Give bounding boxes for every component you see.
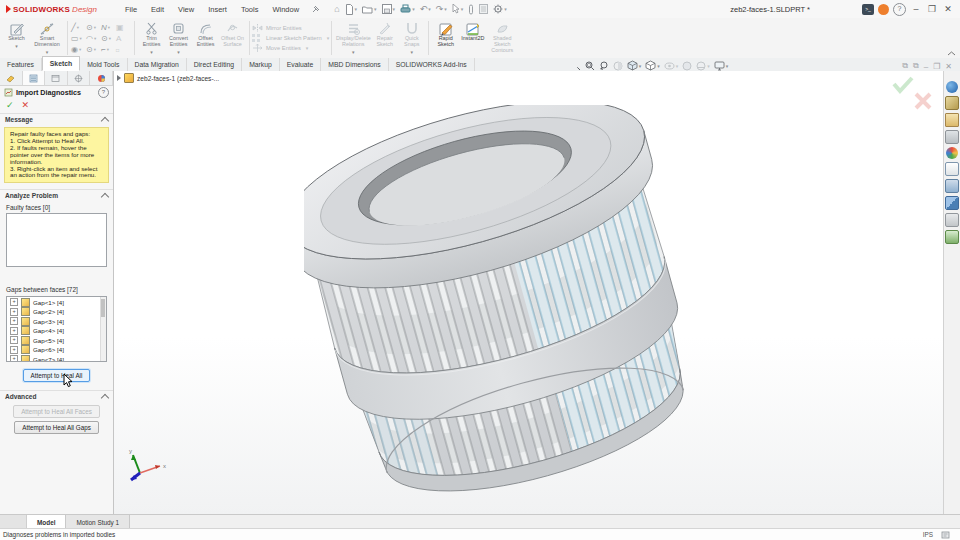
- sheet-icon[interactable]: [477, 3, 490, 15]
- doc-minimize-button[interactable]: –: [924, 62, 928, 71]
- tab-direct-editing[interactable]: Direct Editing: [187, 58, 242, 71]
- lab-flask-icon[interactable]: [945, 230, 959, 244]
- custom-properties-icon[interactable]: [945, 162, 959, 176]
- tab-markup[interactable]: Markup: [242, 58, 280, 71]
- gap-list-item[interactable]: Gap<6> [4]: [7, 345, 106, 355]
- sketch-dropdown-caret[interactable]: ▾: [15, 43, 18, 49]
- offset-entities-button[interactable]: Offset Entities: [192, 20, 219, 48]
- heal-all-faces-button[interactable]: Attempt to Heal All Faces: [13, 405, 100, 418]
- view-orientation-icon[interactable]: ▾: [627, 60, 642, 71]
- trim-caret[interactable]: ▾: [150, 49, 153, 55]
- tag-editing-icon[interactable]: [941, 530, 950, 539]
- ok-button[interactable]: [6, 100, 14, 110]
- scrollbar-thumb[interactable]: [101, 299, 105, 317]
- file-explorer-icon[interactable]: [945, 113, 959, 127]
- graphics-viewport[interactable]: zeb2-faces-1 (zeb2-faces-...: [114, 71, 944, 515]
- breadcrumb[interactable]: zeb2-faces-1 (zeb2-faces-...: [117, 73, 219, 83]
- trim-entities-button[interactable]: Trim Entities ▾: [138, 20, 165, 55]
- expand-icon[interactable]: [10, 346, 18, 354]
- menu-view[interactable]: View: [172, 3, 200, 16]
- tab-solidworks-addins[interactable]: SOLIDWORKS Add-Ins: [389, 58, 475, 71]
- apply-scene-icon[interactable]: ▾: [696, 61, 710, 71]
- tab-mold-tools[interactable]: Mold Tools: [80, 58, 127, 71]
- move-entities-caret[interactable]: ▾: [306, 45, 309, 51]
- line-tool-icon[interactable]: ╱▾: [71, 23, 86, 32]
- gap-list-item[interactable]: Gap<7> [4]: [7, 354, 106, 362]
- repair-sketch-button[interactable]: Repair Sketch: [371, 20, 398, 48]
- tab-sketch[interactable]: Sketch: [42, 56, 80, 71]
- faulty-faces-list[interactable]: [6, 213, 107, 267]
- gap-list-item[interactable]: Gap<5> [4]: [7, 335, 106, 345]
- tree-expand-icon[interactable]: [117, 75, 121, 81]
- recycle-icon[interactable]: [945, 213, 959, 227]
- minimize-button[interactable]: –: [910, 1, 922, 17]
- save-icon[interactable]: ▾: [380, 3, 398, 15]
- select-icon[interactable]: ▾: [450, 3, 466, 15]
- expand-icon[interactable]: [10, 336, 18, 344]
- edit-appearance-icon[interactable]: [682, 61, 692, 71]
- text-tool-icon[interactable]: A: [116, 34, 131, 43]
- print-icon[interactable]: ▾: [398, 3, 417, 15]
- expand-icon[interactable]: [10, 317, 18, 325]
- model-3d-part[interactable]: [304, 105, 749, 515]
- options-gear-icon[interactable]: ▾: [491, 3, 509, 15]
- previous-view-icon[interactable]: [599, 61, 609, 71]
- collapse-toolbar-icon[interactable]: [947, 51, 956, 56]
- heal-all-gaps-button[interactable]: Attempt to Heal All Gaps: [14, 421, 99, 434]
- unit-system[interactable]: IPS: [923, 531, 933, 538]
- measure-icon[interactable]: [466, 3, 476, 16]
- convert-caret[interactable]: ▾: [177, 49, 180, 55]
- open-icon[interactable]: ▾: [360, 4, 379, 15]
- help-icon[interactable]: [893, 3, 906, 16]
- restore-button[interactable]: ❐: [926, 1, 938, 17]
- tab-evaluate[interactable]: Evaluate: [280, 58, 321, 71]
- menu-edit[interactable]: Edit: [145, 3, 170, 16]
- pin-menu-icon[interactable]: [311, 5, 320, 14]
- polygon-tool-icon[interactable]: ◉▾: [71, 45, 86, 54]
- hide-show-items-icon[interactable]: ▾: [664, 62, 679, 70]
- zoom-to-area-icon[interactable]: [585, 61, 595, 71]
- mirror-entities-button[interactable]: Mirror Entities: [252, 24, 302, 32]
- tab-data-migration[interactable]: Data Migration: [128, 58, 187, 71]
- view-palette-icon[interactable]: [945, 130, 959, 144]
- expand-icon[interactable]: [10, 355, 18, 362]
- doc-close-button[interactable]: ✕: [945, 62, 952, 71]
- advanced-section-header[interactable]: Advanced: [0, 390, 113, 402]
- expand-icon[interactable]: [10, 298, 18, 306]
- expand-icon[interactable]: [10, 327, 18, 335]
- configurationmanager-tab[interactable]: [45, 71, 68, 85]
- point-tool-icon[interactable]: ⊙▾: [86, 45, 101, 54]
- home-icon[interactable]: ⌂: [332, 4, 341, 15]
- gaps-scrollbar[interactable]: [100, 297, 106, 361]
- instant2d-button[interactable]: Instant2D: [459, 20, 486, 42]
- dimxpertmanager-tab[interactable]: [68, 71, 91, 85]
- plane-tool-icon[interactable]: ▣: [116, 23, 131, 32]
- gap-list-item[interactable]: Gap<3> [4]: [7, 316, 106, 326]
- convert-entities-button[interactable]: Convert Entities ▾: [165, 20, 192, 55]
- sketch-tool-button[interactable]: Sketch ▾: [3, 20, 30, 49]
- doc-new-window-icon[interactable]: ⧉: [902, 61, 908, 71]
- ellipse-tool-icon[interactable]: ⊙▾: [101, 34, 116, 43]
- linear-pattern-caret[interactable]: ▾: [327, 35, 330, 41]
- terminal-icon[interactable]: [862, 4, 874, 15]
- analyze-problem-header[interactable]: Analyze Problem: [0, 189, 113, 201]
- linear-pattern-button[interactable]: Linear Sketch Pattern ▾: [252, 34, 329, 42]
- tab-model[interactable]: Model: [27, 515, 66, 529]
- attempt-heal-all-button[interactable]: Attempt to Heal All: [23, 369, 91, 382]
- small-point-icon[interactable]: □: [116, 47, 131, 53]
- gap-list-item[interactable]: Gap<2> [4]: [7, 307, 106, 317]
- propertymanager-tab[interactable]: [23, 71, 46, 85]
- spline-tool-icon[interactable]: N▾: [101, 23, 116, 32]
- arc-tool-icon[interactable]: ⌐▾: [101, 45, 116, 54]
- gaps-list[interactable]: Gap<1> [4] Gap<2> [4] Gap<3> [4] Gap<4> …: [6, 296, 107, 362]
- close-button[interactable]: ✕: [942, 1, 954, 17]
- cancel-button[interactable]: [22, 100, 30, 110]
- tab-motion-study[interactable]: Motion Study 1: [66, 515, 130, 529]
- zoom-to-fit-icon[interactable]: [571, 61, 581, 71]
- gap-list-item[interactable]: Gap<4> [4]: [7, 326, 106, 336]
- rectangle-tool-icon[interactable]: ▭▾: [71, 34, 86, 43]
- quick-snaps-button[interactable]: Quick Snaps ▾: [398, 20, 425, 55]
- tab-mbd-dimensions[interactable]: MBD Dimensions: [321, 58, 389, 71]
- new-document-icon[interactable]: ▾: [343, 3, 360, 16]
- featuremanager-tab[interactable]: [0, 71, 23, 85]
